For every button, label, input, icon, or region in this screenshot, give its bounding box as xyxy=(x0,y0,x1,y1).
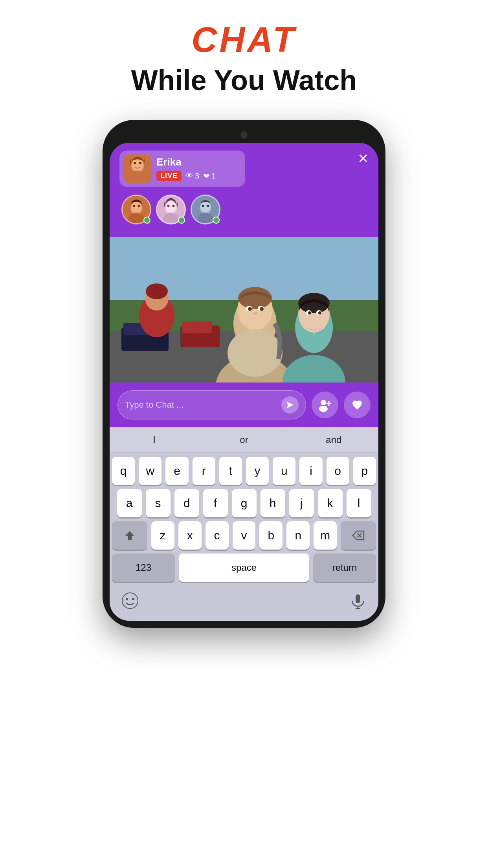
backspace-key[interactable] xyxy=(341,521,376,550)
video-area xyxy=(110,237,378,383)
svg-point-22 xyxy=(202,205,204,207)
key-q[interactable]: q xyxy=(112,457,135,485)
pred-and[interactable]: and xyxy=(289,427,378,452)
svg-point-53 xyxy=(321,400,326,405)
svg-point-60 xyxy=(122,593,138,609)
online-indicator-3 xyxy=(213,217,220,224)
svg-marker-52 xyxy=(286,401,294,408)
svg-point-41 xyxy=(260,307,264,311)
key-w[interactable]: w xyxy=(139,457,161,485)
send-button[interactable] xyxy=(281,396,299,414)
live-badge: LIVE xyxy=(156,171,182,181)
key-m[interactable]: m xyxy=(314,521,337,550)
views-stat: 👁 3 xyxy=(185,171,199,180)
live-stats: LIVE 👁 3 ❤ 1 xyxy=(156,171,216,181)
svg-point-51 xyxy=(313,332,315,334)
mic-key[interactable] xyxy=(349,592,367,613)
key-x[interactable]: x xyxy=(178,521,202,550)
chat-input-wrap[interactable]: Type to Chat ... xyxy=(117,390,306,419)
key-e[interactable]: e xyxy=(165,457,188,485)
phone-screen: Erika LIVE 👁 3 ❤ 1 ✕ xyxy=(110,143,378,621)
chat-area: Type to Chat ... xyxy=(110,383,378,427)
keyboard-row-1: q w e r t y u i o p xyxy=(112,457,376,485)
streamer-card[interactable]: Erika LIVE 👁 3 ❤ 1 xyxy=(119,151,245,187)
page-header: CHAT While You Watch xyxy=(131,20,357,96)
keyboard-row-2: a s d f g h j k l xyxy=(112,489,376,517)
key-k[interactable]: k xyxy=(318,489,343,517)
key-g[interactable]: g xyxy=(232,489,257,517)
key-a[interactable]: a xyxy=(117,489,142,517)
key-123[interactable]: 123 xyxy=(112,554,175,582)
key-z[interactable]: z xyxy=(151,521,174,550)
viewer-3-wrap[interactable] xyxy=(191,195,220,224)
key-b[interactable]: b xyxy=(259,521,283,550)
key-u[interactable]: u xyxy=(273,457,295,485)
keyboard-emoji-row xyxy=(110,588,378,621)
chat-title: CHAT xyxy=(131,20,357,60)
heart-button[interactable] xyxy=(344,392,371,418)
phone-body: Erika LIVE 👁 3 ❤ 1 ✕ xyxy=(103,120,385,628)
key-p[interactable]: p xyxy=(353,457,376,485)
svg-point-17 xyxy=(172,205,175,207)
key-o[interactable]: o xyxy=(327,457,349,485)
chat-input-placeholder[interactable]: Type to Chat ... xyxy=(125,400,277,410)
key-f[interactable]: f xyxy=(203,489,228,517)
key-rows: q w e r t y u i o p a s xyxy=(110,453,378,588)
phone-wrapper: Erika LIVE 👁 3 ❤ 1 ✕ xyxy=(103,120,385,702)
add-friend-button[interactable] xyxy=(312,392,338,418)
key-space[interactable]: space xyxy=(179,554,309,582)
svg-point-15 xyxy=(166,201,176,212)
keyboard-row-3: z x c v b n m xyxy=(112,521,376,550)
key-i[interactable]: i xyxy=(299,457,322,485)
key-c[interactable]: c xyxy=(205,521,229,550)
pred-i[interactable]: I xyxy=(110,427,199,452)
svg-point-23 xyxy=(207,205,209,207)
streamer-info: Erika LIVE 👁 3 ❤ 1 xyxy=(156,156,216,181)
svg-point-62 xyxy=(132,598,134,600)
svg-rect-30 xyxy=(182,322,212,333)
svg-point-50 xyxy=(318,311,321,314)
shift-key[interactable] xyxy=(112,521,147,550)
keyboard-row-bottom: 123 space return xyxy=(112,554,376,582)
key-r[interactable]: r xyxy=(193,457,215,485)
key-v[interactable]: v xyxy=(233,521,256,550)
svg-point-61 xyxy=(126,598,128,600)
pred-or[interactable]: or xyxy=(199,427,289,452)
close-button[interactable]: ✕ xyxy=(358,151,369,166)
online-indicator-1 xyxy=(143,217,150,224)
likes-stat: ❤ 1 xyxy=(203,171,216,181)
subtitle: While You Watch xyxy=(131,64,357,96)
key-return[interactable]: return xyxy=(313,554,376,582)
stream-header: Erika LIVE 👁 3 ❤ 1 ✕ xyxy=(110,143,378,237)
key-n[interactable]: n xyxy=(286,521,310,550)
svg-point-37 xyxy=(238,287,272,309)
svg-point-16 xyxy=(167,205,170,207)
keyboard-area: I or and q w e r t y u i xyxy=(110,427,378,621)
viewer-1-wrap[interactable] xyxy=(121,195,151,224)
streamer-name: Erika xyxy=(156,156,216,168)
svg-point-10 xyxy=(133,205,135,207)
key-j[interactable]: j xyxy=(289,489,314,517)
key-l[interactable]: l xyxy=(347,489,371,517)
svg-point-40 xyxy=(248,307,252,311)
video-scene xyxy=(110,237,378,383)
svg-rect-63 xyxy=(356,594,360,603)
key-s[interactable]: s xyxy=(146,489,171,517)
svg-marker-57 xyxy=(125,531,134,540)
key-h[interactable]: h xyxy=(261,489,285,517)
svg-point-4 xyxy=(134,162,136,164)
svg-point-54 xyxy=(319,406,328,412)
emoji-key[interactable] xyxy=(121,592,139,613)
key-y[interactable]: y xyxy=(246,457,269,485)
svg-point-11 xyxy=(138,205,140,207)
phone-top-bar xyxy=(110,127,378,143)
svg-point-33 xyxy=(146,283,168,299)
svg-point-5 xyxy=(139,162,141,164)
key-d[interactable]: d xyxy=(174,489,199,517)
svg-point-42 xyxy=(227,329,283,377)
camera-dot xyxy=(240,131,248,138)
key-t[interactable]: t xyxy=(219,457,242,485)
predictive-bar: I or and xyxy=(110,427,378,453)
viewer-2-wrap[interactable] xyxy=(156,195,186,224)
viewer-avatars xyxy=(119,195,369,224)
